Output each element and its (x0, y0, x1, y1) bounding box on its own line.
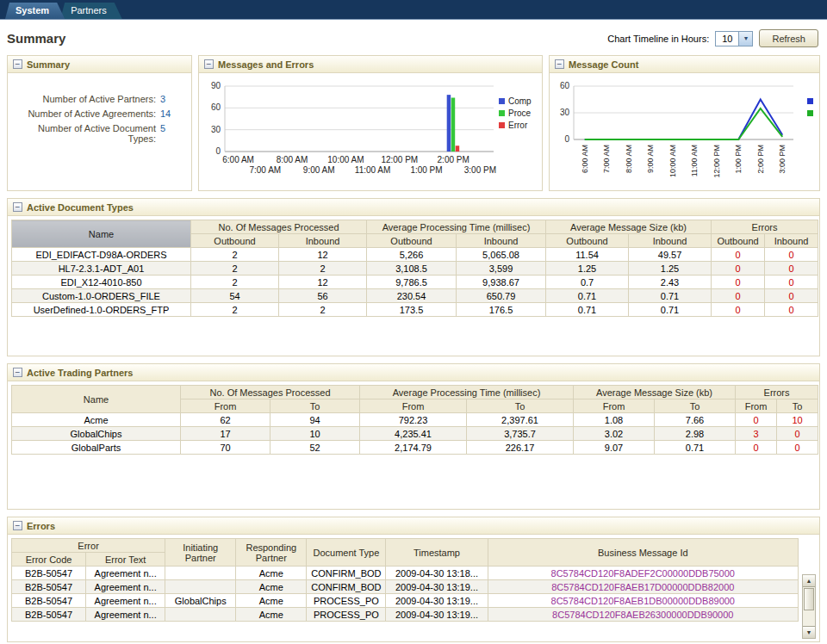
table-row[interactable]: UserDefined-1.0-ORDERS_FTP 2 2 173.5 176… (12, 303, 818, 317)
panel-title: Summary (27, 59, 70, 70)
table-row[interactable]: GlobalChips 17 10 4,235.41 3,735.7 3.02 … (12, 427, 818, 441)
cell-time-outbound: 173.5 (367, 303, 457, 317)
column-header-from[interactable]: From (736, 399, 777, 413)
cell-size-outbound: 1.25 (546, 262, 629, 276)
collapse-icon[interactable]: − (13, 368, 22, 377)
column-group-processing-time[interactable]: Average Processing Time (millisec) (360, 386, 574, 399)
column-header-from[interactable]: From (181, 399, 270, 413)
column-header-to[interactable]: To (270, 399, 360, 413)
business-message-id-link[interactable]: 8C5784CD120F8AEB1DB00000DDB89000 (488, 594, 798, 608)
svg-text:9:00 AM: 9:00 AM (303, 165, 335, 175)
cell-error-code: B2B-50547 (12, 580, 86, 594)
svg-text:9:00 AM: 9:00 AM (646, 145, 655, 173)
cell-document-type-name: EDI_EDIFACT-D98A-ORDERS (12, 248, 191, 262)
refresh-button[interactable]: Refresh (759, 29, 818, 47)
cell-errors-outbound: 0 (712, 289, 765, 303)
column-group-errors[interactable]: Errors (712, 220, 818, 234)
cell-errors-inbound: 0 (765, 289, 818, 303)
table-row[interactable]: Acme 62 94 792.23 2,397.61 1.08 7.66 0 1… (12, 413, 818, 427)
cell-document-type: PROCESS_PO (307, 608, 386, 622)
messages-and-errors-panel-header[interactable]: − Messages and Errors (199, 56, 542, 73)
column-header-inbound[interactable]: Inbound (765, 234, 818, 248)
column-header-from[interactable]: From (360, 399, 467, 413)
message-count-panel-header[interactable]: − Message Count (550, 56, 819, 73)
top-tab-bar: System Partners (0, 0, 827, 20)
column-group-messages-processed[interactable]: No. Of Messages Processed (191, 220, 367, 234)
svg-text:8:00 AM: 8:00 AM (625, 145, 633, 173)
errors-table: Error Initiating Partner Responding Part… (11, 538, 799, 622)
collapse-icon[interactable]: − (13, 521, 22, 530)
message-count-chart-area: 030606:00 AM7:00 AM8:00 AM9:00 AM10:00 A… (550, 73, 819, 188)
column-header-outbound[interactable]: Outbound (367, 234, 457, 248)
column-group-processing-time[interactable]: Average Processing Time (millisec) (367, 220, 546, 234)
errors-panel-header[interactable]: − Errors (8, 517, 819, 535)
active-document-types-panel-header[interactable]: − Active Document Types (8, 199, 819, 216)
column-group-messages-processed[interactable]: No. Of Messages Processed (181, 386, 360, 399)
scroll-down-icon[interactable]: ▼ (803, 626, 815, 638)
table-row[interactable]: GlobalParts 70 52 2,174.79 226.17 9.07 0… (12, 441, 818, 455)
column-group-error[interactable]: Error (12, 539, 165, 553)
table-row[interactable]: B2B-50547 Agreement n... Acme PROCESS_PO… (12, 608, 799, 622)
column-header-inbound[interactable]: Inbound (629, 234, 712, 248)
svg-text:6:00 AM: 6:00 AM (222, 155, 254, 164)
cell-errors-outbound: 0 (712, 248, 765, 262)
column-header-responding-partner[interactable]: Responding Partner (236, 539, 307, 567)
vertical-scrollbar[interactable]: ▲ ▼ (802, 574, 816, 639)
column-header-error-text[interactable]: Error Text (86, 553, 165, 567)
collapse-icon[interactable]: − (13, 59, 22, 69)
table-row[interactable]: Custom-1.0-ORDERS_FILE 54 56 230.54 650.… (12, 289, 818, 303)
column-header-to[interactable]: To (655, 399, 736, 413)
column-header-name[interactable]: Name (12, 220, 191, 248)
table-row[interactable]: B2B-50547 Agreement n... Acme CONFIRM_BO… (12, 567, 799, 580)
table-row[interactable]: EDI_X12-4010-850 2 12 9,786.5 9,938.67 0… (12, 276, 818, 289)
cell-errors-outbound: 0 (712, 262, 765, 276)
cell-size-inbound: 0.71 (629, 303, 712, 317)
column-header-to[interactable]: To (777, 399, 818, 413)
svg-text:0: 0 (215, 146, 221, 156)
collapse-icon[interactable]: − (555, 59, 564, 69)
active-trading-partners-panel-header[interactable]: − Active Trading Partners (8, 364, 819, 381)
collapse-icon[interactable]: − (204, 59, 214, 69)
svg-text:60: 60 (211, 102, 221, 112)
table-row[interactable]: B2B-50547 Agreement n... Acme CONFIRM_BO… (12, 580, 799, 594)
column-group-errors[interactable]: Errors (736, 386, 818, 399)
column-header-document-type[interactable]: Document Type (307, 539, 386, 567)
top-panels-row: − Summary Number of Active Partners: 3 N… (7, 55, 820, 191)
column-group-message-size[interactable]: Average Message Size (kb) (574, 386, 736, 399)
chevron-down-icon[interactable]: ▼ (738, 32, 752, 46)
business-message-id-link[interactable]: 8C5784CD120F8ADEF2C00000DDB75000 (488, 567, 798, 580)
summary-panel-header[interactable]: − Summary (8, 56, 191, 73)
column-header-outbound[interactable]: Outbound (546, 234, 629, 248)
column-header-initiating-partner[interactable]: Initiating Partner (165, 539, 236, 567)
table-row[interactable]: B2B-50547 Agreement n... GlobalChips Acm… (12, 594, 799, 608)
scrollbar-thumb[interactable] (804, 588, 814, 610)
collapse-icon[interactable]: − (13, 202, 22, 212)
cell-timestamp: 2009-04-30 13:18... (386, 567, 488, 580)
cell-time-to: 226.17 (467, 441, 574, 455)
tab-partners[interactable]: Partners (60, 3, 122, 19)
table-row[interactable]: EDI_EDIFACT-D98A-ORDERS 2 12 5,266 5,065… (12, 248, 818, 262)
column-header-business-message-id[interactable]: Business Message Id (488, 539, 798, 567)
table-row[interactable]: HL7-2.3.1-ADT_A01 2 2 3,108.5 3,599 1.25… (12, 262, 818, 276)
tab-system[interactable]: System (5, 3, 65, 19)
toolbar: Chart Timeline in Hours: 10 ▼ Refresh (607, 29, 818, 47)
column-header-error-code[interactable]: Error Code (12, 553, 86, 567)
business-message-id-link[interactable]: 8C5784CD120F8AEB17D00000DDB82000 (488, 580, 798, 594)
column-header-outbound[interactable]: Outbound (191, 234, 279, 248)
column-header-timestamp[interactable]: Timestamp (386, 539, 488, 567)
column-header-inbound[interactable]: Inbound (457, 234, 546, 248)
cell-messages-inbound: 12 (279, 248, 367, 262)
column-header-from[interactable]: From (574, 399, 655, 413)
scroll-up-icon[interactable]: ▲ (803, 575, 815, 587)
column-header-name[interactable]: Name (12, 386, 181, 413)
column-header-to[interactable]: To (467, 399, 574, 413)
cell-partner-name: GlobalChips (12, 427, 181, 441)
errors-table-area: Error Initiating Partner Responding Part… (8, 538, 819, 644)
panel-title: Messages and Errors (218, 59, 314, 70)
svg-text:Error: Error (508, 121, 528, 130)
chart-timeline-select[interactable]: 10 ▼ (715, 31, 753, 46)
column-group-message-size[interactable]: Average Message Size (kb) (546, 220, 712, 234)
column-header-outbound[interactable]: Outbound (712, 234, 765, 248)
business-message-id-link[interactable]: 8C5784CD120F8AEB26300000DDB90000 (488, 608, 798, 622)
column-header-inbound[interactable]: Inbound (279, 234, 367, 248)
